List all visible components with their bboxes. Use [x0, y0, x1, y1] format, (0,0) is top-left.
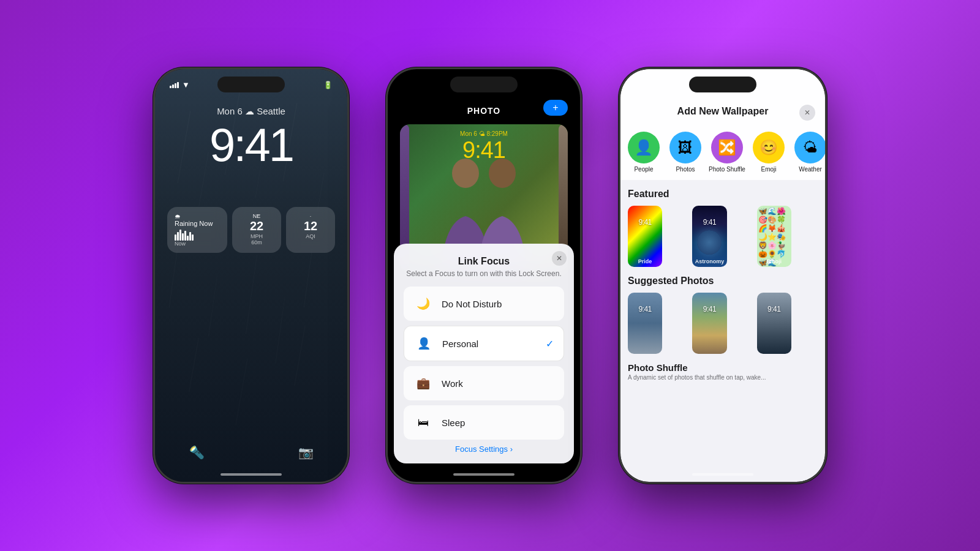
phone2-notch [450, 77, 518, 92]
wallpaper-types-row: 👤 People 🖼 Photos 🔀 Photo Shuffle [620, 124, 825, 180]
suggested-photos-title: Suggested Photos [628, 276, 818, 287]
phone-3: Add New Wallpaper ✕ 👤 People 🖼 Photos [619, 67, 827, 484]
aqi-label: AQI [293, 233, 328, 239]
weather-icon: 🌧 [175, 213, 220, 220]
focus-item-do-not-disturb[interactable]: 🌙 Do Not Disturb [404, 287, 564, 321]
wb3 [179, 230, 181, 241]
type-photo-shuffle[interactable]: 🔀 Photo Shuffle [709, 132, 745, 173]
link-focus-sheet: ✕ Link Focus Select a Focus to turn on w… [394, 244, 574, 463]
photo-shuffle-section-title: Photo Shuffle [628, 362, 818, 373]
featured-section-title: Featured [628, 189, 818, 200]
photos-icon: 🖼 [678, 139, 693, 156]
personal-checkmark: ✓ [546, 338, 554, 350]
people-icon-circle: 👤 [628, 132, 660, 163]
signal-bars [170, 82, 179, 88]
photo-shuffle-section-desc: A dynamic set of photos that shuffle on … [628, 374, 818, 381]
flashlight-icon[interactable]: 🔦 [186, 441, 208, 463]
phone2-add-button[interactable]: + [543, 100, 568, 116]
link-focus-subtitle: Select a Focus to turn on with this Lock… [404, 269, 564, 278]
phone3-screen: Add New Wallpaper ✕ 👤 People 🖼 Photos [620, 69, 825, 482]
wallpaper-thumb-astronomy[interactable]: 9:41 Astronomy [692, 206, 726, 267]
wallpaper-thumb-emoji[interactable]: 🦋🌊🌺🎯🎨🍀🌈🦊🎪🌙⭐🎭🦁🌸🦆🎃🌻🐬🦋🌊 Emoji [757, 206, 791, 267]
focus-item-sleep[interactable]: 🛏 Sleep [404, 405, 564, 440]
astronomy-label: Astronomy [692, 258, 726, 264]
personal-label: Personal [442, 339, 537, 349]
wb6 [187, 236, 189, 241]
link-focus-close[interactable]: ✕ [552, 251, 567, 266]
focus-item-personal[interactable]: 👤 Personal ✓ [404, 326, 564, 361]
type-photos[interactable]: 🖼 Photos [667, 132, 704, 173]
photo-date-text: Mon 6 🌤 8:29PM [400, 130, 568, 137]
phone1-home-indicator [221, 473, 282, 476]
weather-sub: Now [175, 241, 220, 247]
phone1-time: 9:41 [155, 118, 347, 171]
phone1-date: Mon 6 ☁ Seattle [155, 106, 347, 117]
weather-widget: 🌧 Raining Now Now [167, 207, 227, 253]
wind-widget: NE 22 MPH 60m [232, 207, 281, 253]
sleep-label: Sleep [442, 418, 554, 428]
wallpaper-thumb-bridge[interactable]: 9:41 [628, 293, 662, 354]
pride-label: Pride [628, 258, 662, 264]
focus-item-work[interactable]: 💼 Work [404, 366, 564, 400]
phone2-home-indicator [453, 473, 514, 476]
wallpaper-content: Featured 9:41 Pride 9:41 Astronomy 🦋🌊🌺🎯 [620, 180, 825, 482]
wind-value: 22 [239, 219, 274, 233]
bar3 [175, 83, 176, 88]
personal-icon: 👤 [414, 334, 434, 353]
wind-direction: NE [239, 213, 274, 219]
photo-time-overlay: Mon 6 🌤 8:29PM 9:41 [400, 130, 568, 163]
wallpaper-thumb-desert[interactable]: 9:41 [692, 293, 726, 354]
suggested-grid: 9:41 9:41 9:41 [628, 293, 818, 354]
phone1-notch [217, 77, 285, 92]
weather-bars [175, 230, 220, 241]
pride-time-overlay: 9:41 [628, 218, 662, 227]
wb2 [177, 232, 179, 241]
wallpaper-title: Add New Wallpaper [677, 106, 769, 117]
phone-1: ▼ 🔋 Mon 6 ☁ Seattle 9:41 🌧 Raining Now [153, 67, 349, 484]
battery-icon: 🔋 [323, 81, 333, 89]
weather-type-icon: 🌤 [803, 139, 818, 156]
aqi-value: 12 [293, 219, 328, 233]
weather-label: Raining Now [175, 220, 220, 227]
focus-settings-link[interactable]: Focus Settings › [404, 444, 564, 454]
desert-time-overlay: 9:41 [692, 305, 726, 313]
do-not-disturb-label: Do Not Disturb [442, 299, 554, 309]
wb4 [182, 233, 184, 241]
type-weather[interactable]: 🌤 Weather [792, 132, 825, 173]
phone1-bottom-actions: 🔦 📷 [155, 441, 347, 463]
photo-clock-text: 9:41 [400, 137, 568, 163]
wb1 [175, 234, 176, 241]
link-focus-title: Link Focus [404, 256, 564, 267]
astronomy-time-overlay: 9:41 [692, 218, 726, 227]
work-icon: 💼 [413, 373, 433, 393]
signal-indicator: ▼ [170, 80, 190, 89]
emoji-thumb-label: Emoji [757, 258, 791, 264]
wind-unit: MPH [239, 233, 274, 239]
wallpaper-close-button[interactable]: ✕ [799, 105, 815, 121]
photos-icon-circle: 🖼 [669, 132, 701, 163]
weather-type-label: Weather [799, 166, 822, 173]
people-type-label: People [634, 166, 653, 173]
wifi-icon: ▼ [182, 80, 190, 89]
type-people[interactable]: 👤 People [625, 132, 662, 173]
wb7 [189, 232, 191, 241]
wallpaper-thumb-city[interactable]: 9:41 [757, 293, 791, 354]
type-emoji[interactable]: 😊 Emoji [750, 132, 787, 173]
featured-grid: 9:41 Pride 9:41 Astronomy 🦋🌊🌺🎯🎨🍀🌈🦊🎪🌙⭐🎭🦁🌸… [628, 206, 818, 267]
wallpaper-thumb-pride[interactable]: 9:41 Pride [628, 206, 662, 267]
photo-shuffle-section: Photo Shuffle A dynamic set of photos th… [628, 362, 818, 387]
camera-icon[interactable]: 📷 [295, 441, 317, 463]
do-not-disturb-icon: 🌙 [413, 294, 433, 313]
wb8 [192, 234, 194, 241]
aqi-dot: · [293, 213, 328, 219]
phone1-widgets: 🌧 Raining Now Now NE [167, 207, 335, 253]
bridge-time-overlay: 9:41 [628, 305, 662, 313]
bar1 [170, 86, 172, 88]
emoji-icon: 😊 [760, 139, 778, 156]
wind-sub: 60m [239, 239, 274, 246]
sleep-icon: 🛏 [413, 413, 433, 432]
wb5 [184, 231, 186, 241]
photo-shuffle-type-label: Photo Shuffle [709, 166, 745, 173]
photo-shuffle-icon-circle: 🔀 [711, 132, 743, 163]
photo-shuffle-icon: 🔀 [718, 139, 736, 156]
